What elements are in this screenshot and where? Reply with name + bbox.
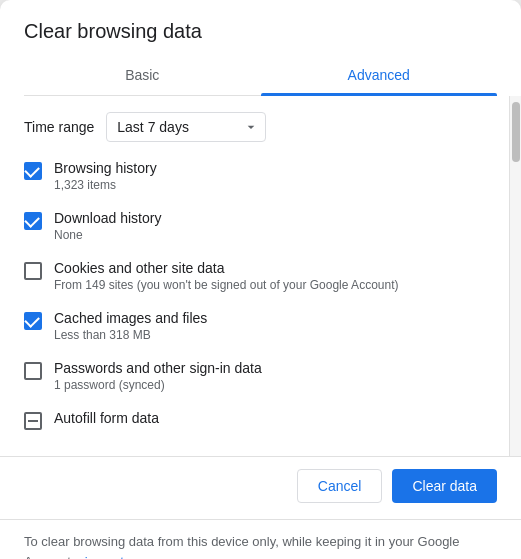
autofill-label: Autofill form data	[54, 410, 159, 426]
tab-basic[interactable]: Basic	[24, 57, 261, 95]
passwords-checkbox[interactable]	[24, 362, 42, 380]
cached-images-item: Cached images and files Less than 318 MB	[24, 310, 485, 342]
download-history-item: Download history None	[24, 210, 485, 242]
passwords-text: Passwords and other sign-in data 1 passw…	[54, 360, 262, 392]
tab-advanced[interactable]: Advanced	[261, 57, 498, 95]
autofill-checkbox[interactable]	[24, 412, 42, 430]
passwords-label: Passwords and other sign-in data	[54, 360, 262, 376]
autofill-checkbox-wrap[interactable]	[24, 412, 42, 430]
cookies-sublabel: From 149 sites (you won't be signed out …	[54, 278, 398, 292]
cookies-text: Cookies and other site data From 149 sit…	[54, 260, 398, 292]
cached-images-checkbox[interactable]	[24, 312, 42, 330]
browsing-history-checkbox[interactable]	[24, 162, 42, 180]
cached-images-label: Cached images and files	[54, 310, 207, 326]
cookies-item: Cookies and other site data From 149 sit…	[24, 260, 485, 292]
scrollbar-track[interactable]	[509, 96, 521, 456]
scroll-area[interactable]: Time range Last hour Last 24 hours Last …	[0, 96, 509, 456]
time-range-label: Time range	[24, 119, 94, 135]
dialog-body: Time range Last hour Last 24 hours Last …	[0, 96, 521, 456]
download-history-label: Download history	[54, 210, 161, 226]
download-history-checkbox-wrap[interactable]	[24, 212, 42, 230]
browsing-history-sublabel: 1,323 items	[54, 178, 157, 192]
clear-data-button[interactable]: Clear data	[392, 469, 497, 503]
dialog-footer: Cancel Clear data	[0, 456, 521, 519]
browsing-history-label: Browsing history	[54, 160, 157, 176]
sign-out-link[interactable]: sign out.	[78, 554, 127, 560]
browsing-history-text: Browsing history 1,323 items	[54, 160, 157, 192]
passwords-item: Passwords and other sign-in data 1 passw…	[24, 360, 485, 392]
cookies-checkbox-wrap[interactable]	[24, 262, 42, 280]
download-history-checkbox[interactable]	[24, 212, 42, 230]
time-range-select[interactable]: Last hour Last 24 hours Last 7 days Last…	[106, 112, 266, 142]
dialog-info: To clear browsing data from this device …	[0, 520, 521, 559]
browsing-history-checkbox-wrap[interactable]	[24, 162, 42, 180]
autofill-item: Autofill form data	[24, 410, 485, 430]
time-range-row: Time range Last hour Last 24 hours Last …	[24, 112, 485, 142]
cached-images-sublabel: Less than 318 MB	[54, 328, 207, 342]
download-history-sublabel: None	[54, 228, 161, 242]
autofill-text: Autofill form data	[54, 410, 159, 426]
browsing-history-item: Browsing history 1,323 items	[24, 160, 485, 192]
passwords-sublabel: 1 password (synced)	[54, 378, 262, 392]
dialog-header: Clear browsing data Basic Advanced	[0, 0, 521, 96]
cached-images-text: Cached images and files Less than 318 MB	[54, 310, 207, 342]
cookies-checkbox[interactable]	[24, 262, 42, 280]
clear-browsing-data-dialog: Clear browsing data Basic Advanced Time …	[0, 0, 521, 559]
dialog-title: Clear browsing data	[24, 20, 497, 43]
cancel-button[interactable]: Cancel	[297, 469, 383, 503]
download-history-text: Download history None	[54, 210, 161, 242]
cached-images-checkbox-wrap[interactable]	[24, 312, 42, 330]
scrollbar-thumb[interactable]	[512, 102, 520, 162]
tabs-bar: Basic Advanced	[24, 57, 497, 96]
passwords-checkbox-wrap[interactable]	[24, 362, 42, 380]
cookies-label: Cookies and other site data	[54, 260, 398, 276]
